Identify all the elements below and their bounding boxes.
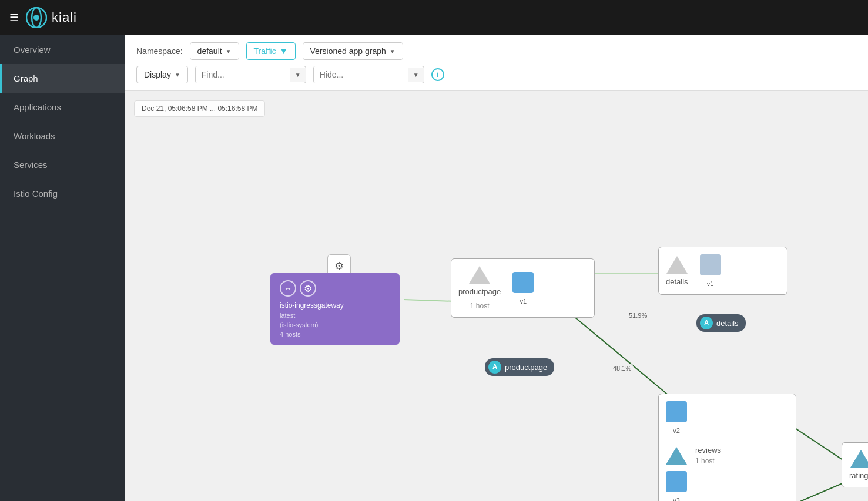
reviews-node[interactable]: v2 reviews 1 host <box>658 394 796 501</box>
ingress-hosts: 4 hosts <box>280 331 390 338</box>
reviews-v3-square <box>666 471 687 492</box>
edge-label-reviews: 48.1% <box>611 364 633 372</box>
find-input-group: ▼ <box>195 66 306 83</box>
namespace-label: Namespace: <box>136 46 183 56</box>
reviews-triangle-icon <box>666 447 687 465</box>
hide-caret-btn[interactable]: ▼ <box>408 68 424 82</box>
hide-input-group: ▼ <box>313 66 424 83</box>
ingress-system: (istio-system) <box>280 321 390 328</box>
toolbar-row2: Display ▼ ▼ ▼ i <box>136 66 856 83</box>
ingress-subtitle: latest <box>280 312 390 319</box>
timestamp-badge: Dec 21, 05:06:58 PM ... 05:16:58 PM <box>134 100 265 117</box>
topbar: ☰ kiali <box>0 0 868 35</box>
reviews-v2-label: v2 <box>673 427 680 434</box>
sidebar-item-workloads[interactable]: Workloads <box>0 122 125 150</box>
chevron-down-icon: ▼ <box>175 72 180 78</box>
chevron-down-icon: ▼ <box>280 46 288 56</box>
ingress-gear-icon: ⚙ <box>300 280 316 297</box>
sidebar-item-overview[interactable]: Overview <box>0 35 125 64</box>
svg-point-2 <box>33 15 39 21</box>
namespace-dropdown[interactable]: default ▼ <box>190 42 239 60</box>
productpage-badge: A productpage <box>485 358 554 376</box>
details-v1-square <box>700 254 721 275</box>
toolbar-row1: Namespace: default ▼ Traffic ▼ Versioned… <box>136 42 856 60</box>
ingress-node[interactable]: ↔ ⚙ istio-ingressgateway latest (istio-s… <box>270 273 400 345</box>
sidebar: Overview Graph Applications Workloads Se… <box>0 35 125 501</box>
details-badge-a-icon: A <box>700 317 713 329</box>
productpage-hosts: 1 host <box>470 302 490 310</box>
graph-canvas: Dec 21, 05:06:58 PM ... 05:16:58 PM <box>125 91 868 501</box>
ratings-node[interactable]: ratings v1 <box>842 442 868 487</box>
ingress-title: istio-ingressgateway <box>280 301 390 310</box>
gear-icon: ⚙ <box>334 260 344 273</box>
chevron-down-icon: ▼ <box>390 48 396 55</box>
details-node[interactable]: details v1 <box>658 247 787 295</box>
sidebar-item-graph[interactable]: Graph <box>0 64 125 93</box>
ratings-title: ratings <box>849 471 868 480</box>
ingress-icons-row: ↔ ⚙ <box>280 280 390 297</box>
hide-input[interactable] <box>314 66 408 83</box>
productpage-triangle-icon <box>469 266 490 284</box>
reviews-title: reviews <box>695 446 721 455</box>
find-caret-btn[interactable]: ▼ <box>290 68 306 82</box>
ratings-triangle-icon <box>850 450 868 468</box>
content-area: Namespace: default ▼ Traffic ▼ Versioned… <box>125 35 868 501</box>
details-badge: A details <box>696 314 746 332</box>
toolbar: Namespace: default ▼ Traffic ▼ Versioned… <box>125 35 868 91</box>
reviews-hosts: 1 host <box>695 457 721 465</box>
productpage-v1-square <box>512 272 534 293</box>
chevron-down-icon: ▼ <box>226 48 232 55</box>
reviews-v2-square <box>666 401 687 422</box>
traffic-dropdown[interactable]: Traffic ▼ <box>246 42 296 60</box>
details-version: v1 <box>707 280 714 287</box>
logo-text: kiali <box>52 10 77 25</box>
details-triangle-icon <box>666 256 688 274</box>
sidebar-item-services[interactable]: Services <box>0 150 125 179</box>
svg-line-5 <box>571 314 677 402</box>
find-input[interactable] <box>196 66 290 83</box>
ingress-circle-arrows-icon: ↔ <box>280 280 296 297</box>
sidebar-item-applications[interactable]: Applications <box>0 93 125 122</box>
productpage-node[interactable]: productpage 1 host v1 <box>451 258 595 318</box>
productpage-version: v1 <box>520 298 527 305</box>
productpage-badge-a-icon: A <box>488 361 501 374</box>
logo-container: kiali <box>26 7 77 28</box>
reviews-v3-label: v3 <box>673 497 680 501</box>
graph-type-dropdown[interactable]: Versioned app graph ▼ <box>303 42 403 60</box>
details-title: details <box>666 277 688 286</box>
info-icon[interactable]: i <box>431 68 444 81</box>
display-dropdown[interactable]: Display ▼ <box>136 66 188 83</box>
main-layout: Overview Graph Applications Workloads Se… <box>0 35 868 501</box>
hamburger-icon[interactable]: ☰ <box>9 11 19 24</box>
edge-label-details: 51.9% <box>627 311 649 320</box>
productpage-title: productpage <box>458 287 501 296</box>
kiali-logo-icon <box>26 7 47 28</box>
sidebar-item-istio-config[interactable]: Istio Config <box>0 179 125 208</box>
